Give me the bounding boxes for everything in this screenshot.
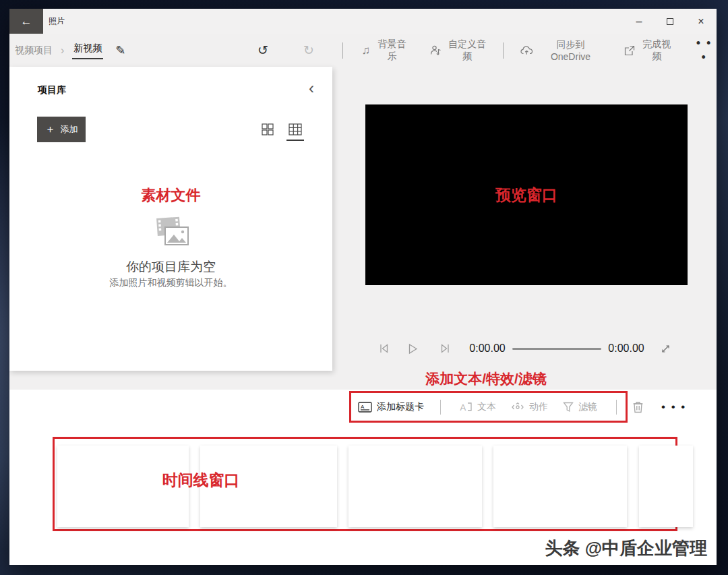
next-frame-button[interactable] <box>440 343 450 354</box>
timeline-card[interactable] <box>639 446 693 527</box>
divider <box>503 42 504 59</box>
divider <box>342 42 343 59</box>
project-library-panel: 项目库 ‹ ＋ 添加 <box>9 67 332 371</box>
timeline-more-button[interactable]: • • • <box>661 400 686 414</box>
maximize-button[interactable] <box>655 9 686 34</box>
chevron-right-icon: › <box>61 44 64 57</box>
delete-button[interactable] <box>632 400 644 413</box>
library-header: 项目库 <box>38 84 66 96</box>
undo-button[interactable]: ↺ <box>257 44 268 57</box>
redo-icon: ↻ <box>303 43 314 57</box>
svg-text:A: A <box>361 403 365 409</box>
redo-button[interactable]: ↻ <box>303 44 314 57</box>
breadcrumb-video-projects[interactable]: 视频项目 <box>15 44 53 57</box>
previous-frame-icon <box>379 343 389 354</box>
empty-library-subtitle: 添加照片和视频剪辑以开始。 <box>9 277 332 289</box>
watermark: 头条 @中盾企业管理 <box>545 537 707 560</box>
svg-text:A: A <box>460 402 466 412</box>
filter-button[interactable]: 滤镜 <box>563 401 597 413</box>
divider <box>616 400 617 415</box>
large-grid-view-button[interactable] <box>262 123 274 141</box>
play-button[interactable] <box>408 343 418 355</box>
background-music-button[interactable]: ♫ 背景音乐 <box>362 38 410 63</box>
plus-icon: ＋ <box>45 123 56 137</box>
fullscreen-button[interactable] <box>661 344 671 354</box>
filter-icon <box>563 402 574 413</box>
timeline-card[interactable] <box>348 446 482 527</box>
preview-annotation: 预览窗口 <box>495 185 557 206</box>
chevron-left-icon: ‹ <box>309 79 314 97</box>
minimize-icon: – <box>636 16 642 28</box>
window-controls: – × <box>624 9 717 34</box>
export-icon <box>624 45 635 56</box>
small-grid-view-button[interactable] <box>289 123 302 141</box>
view-toggles <box>262 123 302 141</box>
total-time: 0:00.00 <box>607 342 646 355</box>
back-button[interactable]: ← <box>9 9 43 34</box>
pencil-icon: ✎ <box>115 44 125 57</box>
effects-annotation: 添加文本/特效/滤镜 <box>360 369 612 388</box>
previous-frame-button[interactable] <box>379 343 389 354</box>
breadcrumb-current-project[interactable]: 新视频 <box>72 41 103 59</box>
custom-audio-label: 自定义音频 <box>446 38 489 63</box>
undo-icon: ↺ <box>257 43 268 57</box>
add-title-card-button[interactable]: A 添加标题卡 <box>358 401 424 413</box>
custom-audio-button[interactable]: 自定义音频 <box>430 38 489 63</box>
motion-icon <box>511 402 524 413</box>
timeline-card[interactable] <box>493 446 627 527</box>
filter-label: 滤镜 <box>578 401 597 413</box>
photos-app-window: ← 照片 – × 视频项目 › 新视频 ✎ ↺ <box>9 9 717 565</box>
motion-button[interactable]: 动作 <box>511 401 548 413</box>
timeline-annotation: 时间线窗口 <box>113 470 289 491</box>
ellipsis-icon: • • • <box>696 36 712 64</box>
collapse-panel-button[interactable]: ‹ <box>309 79 314 98</box>
text-icon: A <box>460 402 473 413</box>
play-icon <box>408 343 418 355</box>
close-icon: × <box>698 16 704 28</box>
empty-library-icon <box>9 215 332 249</box>
effects-toolbar-highlight-box: A 添加标题卡 A 文本 <box>349 391 628 423</box>
content-area: 项目库 ‹ ＋ 添加 <box>9 67 717 565</box>
command-actions: ↺ ↻ ♫ 背景音乐 自定义音频 <box>257 34 717 67</box>
video-preview: 预览窗口 <box>365 104 688 285</box>
text-button[interactable]: A 文本 <box>460 401 496 413</box>
title-bar: ← 照片 – × <box>9 9 717 34</box>
playback-controls: 0:00.00 0:00.00 <box>365 336 688 361</box>
divider <box>440 400 441 415</box>
trash-icon <box>632 400 644 413</box>
add-media-label: 添加 <box>61 123 78 135</box>
add-media-button[interactable]: ＋ 添加 <box>37 117 86 142</box>
rename-project-button[interactable]: ✎ <box>115 43 125 58</box>
back-arrow-icon: ← <box>21 15 32 28</box>
text-label: 文本 <box>477 401 496 413</box>
clip-actions: • • • <box>632 391 686 423</box>
person-audio-icon <box>430 44 442 56</box>
library-annotation: 素材文件 <box>9 185 332 206</box>
breadcrumb: 视频项目 › 新视频 ✎ <box>15 34 125 67</box>
motion-label: 动作 <box>529 401 548 413</box>
grid-2x2-icon <box>262 123 274 135</box>
finish-video-button[interactable]: 完成视频 <box>624 38 674 63</box>
ellipsis-icon: • • • <box>661 400 686 413</box>
app-title: 照片 <box>49 9 65 34</box>
current-time: 0:00.00 <box>468 342 507 355</box>
music-note-icon: ♫ <box>362 44 371 57</box>
cloud-upload-icon <box>520 45 533 55</box>
minimize-button[interactable]: – <box>624 9 655 34</box>
add-title-card-label: 添加标题卡 <box>377 401 424 413</box>
next-frame-icon <box>440 343 450 354</box>
grid-3x3-icon <box>289 123 302 135</box>
finish-video-label: 完成视频 <box>639 38 674 63</box>
maximize-icon <box>667 18 673 25</box>
title-card-icon: A <box>358 402 372 413</box>
sync-onedrive-label: 同步到 OneDrive <box>537 39 603 62</box>
command-bar: 视频项目 › 新视频 ✎ ↺ ↻ ♫ 背景音乐 <box>9 34 717 67</box>
desktop-background: { "window": { "title": "照片" }, "icons": … <box>0 0 728 575</box>
seek-bar[interactable] <box>512 348 601 350</box>
sync-onedrive-button[interactable]: 同步到 OneDrive <box>520 39 603 62</box>
empty-library-title: 你的项目库为空 <box>9 258 332 276</box>
background-music-label: 背景音乐 <box>375 38 410 63</box>
expand-icon <box>661 344 671 354</box>
see-more-button[interactable]: • • • <box>692 36 717 65</box>
close-button[interactable]: × <box>686 9 717 34</box>
